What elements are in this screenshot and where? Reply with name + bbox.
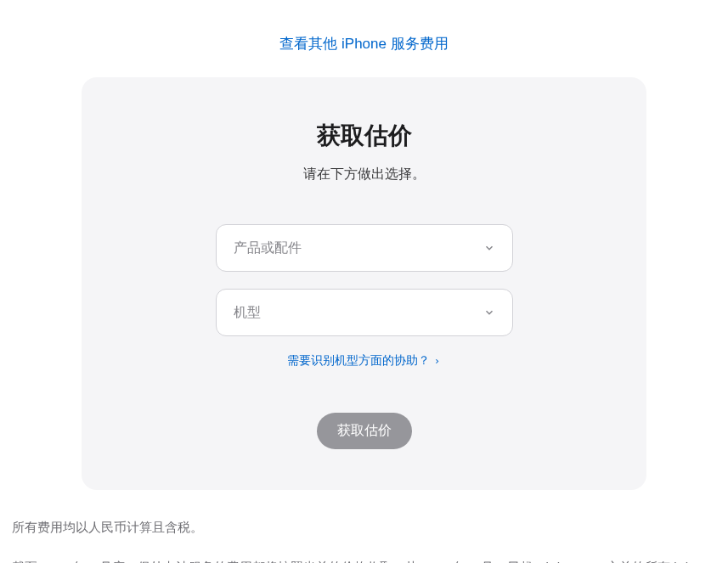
card-title: 获取估价 — [116, 120, 612, 152]
get-estimate-button[interactable]: 获取估价 — [317, 413, 412, 449]
chevron-right-icon — [433, 354, 441, 368]
footer-line-2-pre: 截至 2023 年 2 月底，保外电池服务的费用都将按照当前的价格收取。从 20… — [12, 560, 714, 564]
top-link-wrap: 查看其他 iPhone 服务费用 — [8, 0, 720, 77]
chevron-down-icon — [483, 242, 495, 254]
help-link-wrap: 需要识别机型方面的协助？ — [116, 353, 612, 369]
select-wrap-model: 机型 — [216, 289, 513, 336]
footer-line-1: 所有费用均以人民币计算且含税。 — [12, 515, 716, 540]
estimate-card: 获取估价 请在下方做出选择。 产品或配件 机型 需要识别机型方面的协助？ — [82, 77, 646, 490]
footer-text: 所有费用均以人民币计算且含税。 截至 2023 年 2 月底，保外电池服务的费用… — [8, 490, 720, 563]
identify-model-help-link[interactable]: 需要识别机型方面的协助？ — [287, 353, 441, 369]
model-select-placeholder: 机型 — [234, 304, 261, 322]
product-select[interactable]: 产品或配件 — [216, 224, 513, 272]
product-select-placeholder: 产品或配件 — [234, 239, 302, 257]
footer-line-2: 截至 2023 年 2 月底，保外电池服务的费用都将按照当前的价格收取。从 20… — [12, 555, 716, 564]
help-link-label: 需要识别机型方面的协助？ — [287, 353, 430, 369]
view-other-services-link[interactable]: 查看其他 iPhone 服务费用 — [279, 36, 448, 52]
chevron-down-icon — [483, 307, 495, 318]
select-wrap-product: 产品或配件 — [216, 224, 513, 272]
card-subtitle: 请在下方做出选择。 — [116, 166, 612, 183]
model-select[interactable]: 机型 — [216, 289, 513, 336]
